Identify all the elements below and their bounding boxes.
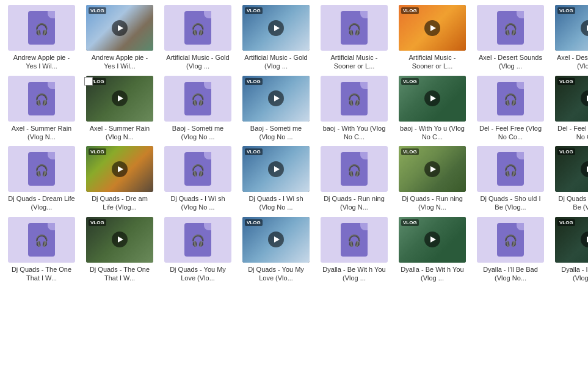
grid-item-8[interactable]: VLOGAxel - Desert Sounds (Vlog ... (552, 5, 588, 71)
thumb-wrapper: VLOG (86, 76, 153, 122)
vlog-label: VLOG (401, 7, 419, 14)
grid-item-22[interactable]: VLOGDj Quads - Run ning (Vlog N... (396, 146, 469, 212)
play-button[interactable] (112, 232, 128, 247)
grid-item-3[interactable]: 🎧Artificial Music - Gold (Vlog ... (161, 5, 234, 71)
thumb-wrapper: 🎧 (164, 76, 231, 122)
play-button[interactable] (268, 20, 284, 36)
thumb-wrapper: VLOG (242, 76, 310, 122)
grid-item-15[interactable]: 🎧Del - Feel Free (Vlog No Co... (474, 76, 547, 142)
audio-file-icon: 🎧 (28, 152, 55, 186)
grid-item-4[interactable]: VLOGArtificial Music - Gold (Vlog ... (239, 5, 313, 71)
grid-item-24[interactable]: VLOGDj Quads - Sho uld I Be (Vlog... (552, 146, 588, 212)
item-label: Baoj - Someti me (Vlog No ... (164, 124, 231, 142)
audio-file-icon: 🎧 (341, 82, 368, 115)
grid-item-6[interactable]: VLOGArtificial Music - Sooner or L... (396, 5, 469, 71)
grid-item-26[interactable]: VLOGDj Quads - The One That I W... (83, 217, 156, 283)
select-checkbox[interactable] (84, 77, 93, 86)
item-label: Dj Quads - You My Love (Vlo... (164, 265, 231, 283)
play-button[interactable] (268, 161, 284, 177)
vlog-label: VLOG (557, 148, 575, 155)
thumb-wrapper: VLOG (242, 217, 310, 263)
item-label: Dyalla - Be Wit h You (Vlog ... (321, 265, 388, 283)
play-button[interactable] (424, 20, 440, 36)
item-label: Artificial Music - Gold (Vlog ... (164, 53, 231, 71)
grid-item-9[interactable]: 🎧Axel - Summer Rain (Vlog N... (5, 76, 78, 142)
headphone-icon: 🎧 (191, 23, 205, 36)
play-button[interactable] (424, 161, 440, 177)
item-label: Dj Quads - The One That I W... (86, 265, 153, 283)
audio-file-icon: 🎧 (497, 152, 524, 186)
headphone-icon: 🎧 (504, 93, 517, 106)
thumb-wrapper: 🎧 (477, 146, 544, 192)
vlog-label: VLOG (245, 148, 263, 155)
grid-item-5[interactable]: 🎧Artificial Music - Sooner or L... (318, 5, 391, 71)
grid-item-21[interactable]: 🎧Dj Quads - Run ning (Vlog N... (318, 146, 391, 212)
thumb-wrapper: 🎧 (477, 76, 544, 122)
audio-file-icon: 🎧 (28, 11, 55, 45)
play-button[interactable] (268, 90, 284, 106)
grid-item-25[interactable]: 🎧Dj Quads - The One That I W... (5, 217, 78, 283)
grid-item-17[interactable]: 🎧Dj Quads - Dream Life (Vlog... (5, 146, 78, 212)
item-label: Dj Quads - Run ning (Vlog N... (399, 194, 466, 212)
vlog-label: VLOG (557, 219, 575, 226)
grid-item-11[interactable]: 🎧Baoj - Someti me (Vlog No ... (161, 76, 234, 142)
thumb-wrapper: 🎧 (477, 217, 544, 263)
thumb-wrapper: 🎧 (8, 5, 75, 51)
item-label: Dj Quads - I Wi sh (Vlog No ... (164, 194, 231, 212)
item-label: Del - Feel Free (Vlog No Co... (477, 124, 544, 142)
grid-item-29[interactable]: 🎧Dyalla - Be Wit h You (Vlog ... (318, 217, 391, 283)
audio-file-icon: 🎧 (184, 152, 211, 186)
grid-item-16[interactable]: VLOGDel - Feel Free (Vlog No Co... (552, 76, 588, 142)
item-label: Andrew Apple pie - Yes I Wil... (8, 53, 75, 71)
play-button[interactable] (112, 90, 128, 106)
headphone-icon: 🎧 (504, 234, 517, 247)
headphone-icon: 🎧 (347, 23, 361, 36)
audio-file-icon: 🎧 (28, 223, 55, 257)
grid-item-12[interactable]: VLOGBaoj - Someti me (Vlog No ... (239, 76, 313, 142)
play-button[interactable] (112, 20, 128, 36)
grid-item-30[interactable]: VLOGDyalla - Be Wit h You (Vlog ... (396, 217, 469, 283)
item-label: Dj Quads - You My Love (Vlo... (242, 265, 310, 283)
grid-item-19[interactable]: 🎧Dj Quads - I Wi sh (Vlog No ... (161, 146, 234, 212)
item-label: Dj Quads - I Wi sh (Vlog No ... (242, 194, 310, 212)
grid-item-1[interactable]: 🎧Andrew Apple pie - Yes I Wil... (5, 5, 78, 71)
thumb-wrapper: VLOG (86, 217, 153, 263)
thumb-wrapper: VLOG (399, 76, 466, 122)
play-button[interactable] (424, 90, 440, 106)
item-label: Dyalla - I'll Be Bad (Vlog No... (555, 265, 588, 283)
headphone-icon: 🎧 (504, 164, 517, 177)
play-button[interactable] (112, 161, 128, 177)
thumb-wrapper: 🎧 (321, 146, 388, 192)
headphone-icon: 🎧 (347, 234, 361, 247)
headphone-icon: 🎧 (35, 23, 48, 36)
vlog-label: VLOG (401, 78, 419, 85)
grid-item-2[interactable]: VLOGAndrew Apple pie - Yes I Wil... (83, 5, 156, 71)
item-label: Del - Feel Free (Vlog No Co... (555, 124, 588, 142)
audio-file-icon: 🎧 (184, 11, 211, 45)
grid-item-14[interactable]: VLOGbaoj - With Yo u (Vlog No C... (396, 76, 469, 142)
grid-item-23[interactable]: 🎧Dj Quads - Sho uld I Be (Vlog... (474, 146, 547, 212)
grid-item-20[interactable]: VLOGDj Quads - I Wi sh (Vlog No ... (239, 146, 313, 212)
item-label: Baoj - Someti me (Vlog No ... (242, 124, 310, 142)
vlog-label: VLOG (89, 219, 106, 226)
item-label: Axel - Desert Sounds (Vlog ... (477, 53, 544, 71)
play-button[interactable] (424, 232, 440, 247)
audio-file-icon: 🎧 (497, 82, 524, 115)
headphone-icon: 🎧 (191, 164, 205, 177)
thumb-wrapper: 🎧 (8, 76, 75, 122)
grid-item-13[interactable]: 🎧baoj - With You (Vlog No C... (318, 76, 391, 142)
grid-item-32[interactable]: VLOGDyalla - I'll Be Bad (Vlog No... (552, 217, 588, 283)
grid-item-31[interactable]: 🎧Dyalla - I'll Be Bad (Vlog No... (474, 217, 547, 283)
item-label: Artificial Music - Sooner or L... (321, 53, 388, 71)
thumb-wrapper: VLOG (555, 76, 588, 122)
audio-file-icon: 🎧 (28, 82, 55, 115)
grid-item-7[interactable]: 🎧Axel - Desert Sounds (Vlog ... (474, 5, 547, 71)
grid-item-27[interactable]: 🎧Dj Quads - You My Love (Vlo... (161, 217, 234, 283)
play-button[interactable] (268, 232, 284, 247)
vlog-label: VLOG (89, 148, 106, 155)
thumb-wrapper: 🎧 (164, 146, 231, 192)
vlog-label: VLOG (557, 78, 575, 85)
grid-item-18[interactable]: VLOGDj Quads - Dre am Life (Vlog... (83, 146, 156, 212)
grid-item-10[interactable]: VLOGAxel - Summer Rain (Vlog N... (83, 76, 156, 142)
grid-item-28[interactable]: VLOGDj Quads - You My Love (Vlo... (239, 217, 313, 283)
